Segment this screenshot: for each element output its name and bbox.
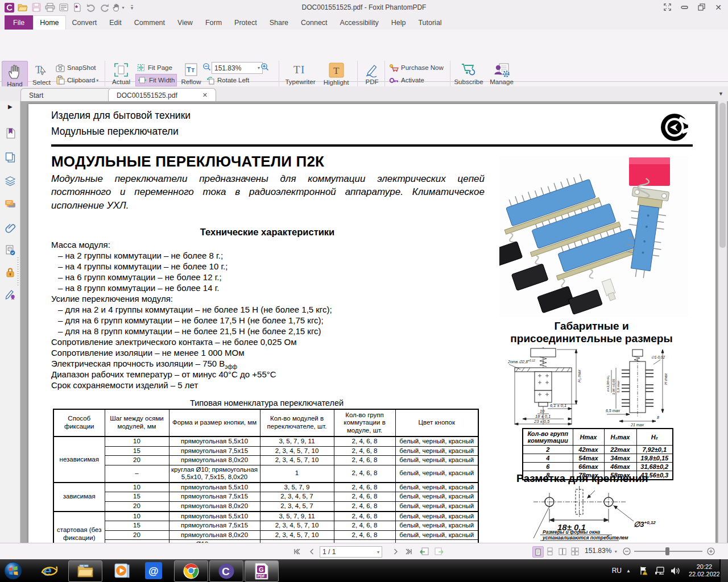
show-desktop-button[interactable] <box>719 559 728 582</box>
scrollbar-thumb[interactable] <box>719 103 726 248</box>
tab-share[interactable]: Share <box>263 15 295 30</box>
zoom-out-button[interactable] <box>202 63 211 71</box>
table-cell: 2, 3, 4, 5, 7, 10 <box>260 521 334 531</box>
fit-width-button[interactable]: Fit Width <box>135 74 177 86</box>
table-cell: прямоугольная 5,5х10 <box>169 436 260 446</box>
signature-panel-button[interactable] <box>4 288 16 301</box>
print-button[interactable] <box>44 1 56 14</box>
tab-view[interactable]: View <box>171 15 199 30</box>
table-cell: 2, 4, 6, 8 <box>334 456 395 465</box>
tab-file[interactable]: File <box>5 15 33 30</box>
layers-panel-button[interactable] <box>4 175 16 188</box>
previous-view-button[interactable] <box>419 546 430 557</box>
minimize-button[interactable] <box>676 0 693 14</box>
continuous-facing-view-button[interactable] <box>570 546 580 556</box>
bookmarks-panel-button[interactable] <box>4 127 16 139</box>
clipboard-dropdown[interactable]: ▾ <box>96 78 98 83</box>
svg-text:n×3,96=H₁: n×3,96=H₁ <box>606 376 610 392</box>
tab-help[interactable]: Help <box>385 15 412 30</box>
single-page-view-button[interactable] <box>532 546 544 558</box>
table-cell: – <box>105 465 169 483</box>
digital-ids-panel-button[interactable] <box>4 244 16 256</box>
vertical-scrollbar[interactable] <box>718 101 727 543</box>
open-file-button[interactable] <box>16 1 29 14</box>
zoom-level-combo[interactable]: 151.83%▾ <box>212 62 263 74</box>
foxit-logo-icon[interactable] <box>3 1 15 14</box>
redo-button[interactable] <box>98 1 111 14</box>
fit-width-icon <box>138 76 147 85</box>
security-panel-button[interactable] <box>4 266 16 278</box>
save-button[interactable] <box>30 1 43 14</box>
tab-form[interactable]: Form <box>199 15 228 30</box>
network-icon[interactable] <box>655 567 665 575</box>
pages-panel-button[interactable] <box>4 151 16 164</box>
fullscreen-button[interactable] <box>659 0 676 14</box>
tab-tutorial[interactable]: Tutorial <box>412 15 448 30</box>
tray-expand-arrow[interactable]: ▲ <box>626 568 631 573</box>
column-header: Кол-во групп коммутации в модуле, шт. <box>334 409 395 436</box>
comments-panel-button[interactable] <box>4 198 16 211</box>
table-cell: белый, черный, красный <box>395 492 478 502</box>
tab-connect[interactable]: Connect <box>295 15 334 30</box>
purchase-now-button[interactable]: Purchase Now <box>389 62 444 73</box>
tab-comment[interactable]: Comment <box>128 15 171 30</box>
zoom-in-button[interactable] <box>260 63 269 71</box>
hand-tool-dropdown[interactable]: ▾ <box>122 5 124 10</box>
zoom-slider-handle[interactable] <box>665 547 669 555</box>
clipboard-button[interactable]: Clipboard ▾ <box>56 74 98 86</box>
activate-button[interactable]: Activate <box>389 74 424 86</box>
previous-page-button[interactable] <box>306 546 317 557</box>
taskbar-media-player[interactable] <box>109 560 134 581</box>
statusbar-zoom-value[interactable]: 151.83% ▾ <box>585 547 617 555</box>
continuous-view-button[interactable] <box>545 546 555 556</box>
tab-list-dropdown[interactable]: ▼ <box>718 91 723 97</box>
expand-panel-arrow[interactable]: ▶ <box>8 103 13 110</box>
taskbar-utorrent[interactable]: C <box>209 560 243 582</box>
internet-explorer-icon: e <box>40 562 57 579</box>
close-button[interactable]: ✕ <box>710 0 727 14</box>
document-properties-button[interactable] <box>57 1 70 14</box>
restore-button[interactable] <box>693 0 710 14</box>
tab-protect[interactable]: Protect <box>228 15 263 30</box>
customize-quick-access-button[interactable]: ▾ <box>126 1 138 14</box>
tab-convert[interactable]: Convert <box>66 15 104 30</box>
page-number-combo[interactable]: 1 / 1▾ <box>320 546 382 558</box>
create-pdf-button[interactable] <box>71 1 84 14</box>
page-number-value: 1 / 1 <box>322 548 336 556</box>
tab-accessibility[interactable]: Accessibility <box>334 15 385 30</box>
language-indicator[interactable]: RU <box>612 567 622 575</box>
tab-start-page[interactable]: Start <box>20 88 111 102</box>
undo-button[interactable] <box>85 1 97 14</box>
zoom-out-statusbar-button[interactable] <box>621 546 632 557</box>
taskbar-mail[interactable]: @ <box>141 560 166 581</box>
start-button[interactable] <box>2 560 24 581</box>
first-page-button[interactable] <box>291 546 303 557</box>
hand-tool-quick-button[interactable]: ▾ <box>112 1 125 14</box>
attachments-panel-button[interactable] <box>4 222 16 234</box>
table-cell: белый, черный, красный <box>395 501 478 511</box>
spec-line: – для на 6 групп коммутации – не более 1… <box>58 315 324 326</box>
table-cell: 34max <box>604 454 636 463</box>
tab-home[interactable]: Home <box>33 15 65 30</box>
facing-view-button[interactable] <box>557 546 568 556</box>
sidebar-resize-handle[interactable] <box>17 257 19 286</box>
rotate-left-button[interactable]: Rotate Left <box>206 74 249 86</box>
next-view-button[interactable] <box>433 546 445 557</box>
taskbar-foxit-phantompdf[interactable]: G PDF <box>245 560 279 582</box>
zoom-in-statusbar-button[interactable] <box>705 546 717 557</box>
close-tab-icon[interactable]: ✕ <box>202 92 208 99</box>
action-center-flag-icon[interactable] <box>639 566 649 575</box>
volume-icon[interactable] <box>671 567 680 575</box>
taskbar-windows-explorer[interactable] <box>68 560 102 582</box>
tab-edit[interactable]: Edit <box>103 15 128 30</box>
pdf-page: Изделия для бытовой техники Модульные пе… <box>28 104 715 543</box>
taskbar-clock[interactable]: 20:22 22.02.2022 <box>689 563 720 578</box>
last-page-button[interactable] <box>403 546 414 557</box>
tab-document[interactable]: DOC001551525.pdf ✕ <box>108 88 216 102</box>
taskbar-internet-explorer[interactable]: e <box>36 560 61 581</box>
fit-page-button[interactable]: Fit Page <box>136 62 172 73</box>
next-page-button[interactable] <box>390 546 402 557</box>
table-cell: белый, черный, красный <box>395 483 478 492</box>
taskbar-chrome[interactable] <box>174 560 208 582</box>
snapshot-button[interactable]: SnapShot <box>56 62 96 73</box>
